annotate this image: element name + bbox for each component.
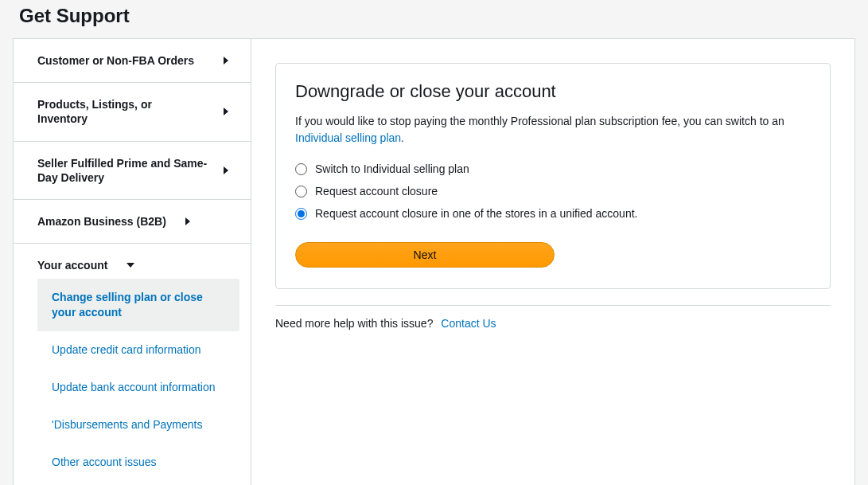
help-text: Need more help with this issue?	[275, 317, 433, 330]
caret-right-icon	[224, 108, 228, 115]
caret-right-icon	[224, 57, 228, 65]
sidebar-sublist-your-account: Change selling plan or close your accoun…	[14, 279, 251, 485]
sidebar-subitem-other-account-issues[interactable]: Other account issues	[37, 444, 239, 481]
next-button[interactable]: Next	[295, 242, 555, 268]
radio-icon	[295, 208, 307, 220]
sidebar: Customer or Non-FBA Orders Products, Lis…	[13, 38, 251, 485]
panel-intro-post: .	[401, 131, 404, 144]
radio-icon	[295, 163, 307, 175]
panel-downgrade-close: Downgrade or close your account If you w…	[275, 63, 831, 289]
panel-intro-pre: If you would like to stop paying the mon…	[295, 115, 784, 127]
sidebar-item-seller-fulfilled-prime[interactable]: Seller Fulfilled Prime and Same-Day Deli…	[14, 142, 251, 200]
sidebar-item-amazon-business[interactable]: Amazon Business (B2B)	[14, 200, 251, 244]
sidebar-item-products-listings[interactable]: Products, Listings, or Inventory	[14, 83, 251, 141]
main-content: Downgrade or close your account If you w…	[251, 38, 855, 485]
sidebar-item-customer-orders[interactable]: Customer or Non-FBA Orders	[14, 39, 251, 83]
radio-option-request-closure[interactable]: Request account closure	[295, 180, 811, 202]
radio-option-switch-individual[interactable]: Switch to Individual selling plan	[295, 158, 811, 180]
contact-us-link[interactable]: Contact Us	[441, 317, 496, 330]
help-row: Need more help with this issue? Contact …	[275, 305, 831, 330]
sidebar-item-label: Products, Listings, or Inventory	[37, 97, 212, 126]
page-title: Get Support	[13, 0, 855, 38]
sidebar-item-label: Seller Fulfilled Prime and Same-Day Deli…	[37, 156, 224, 185]
sidebar-subitem-change-selling-plan[interactable]: Change selling plan or close your accoun…	[37, 279, 239, 331]
caret-down-icon	[127, 263, 134, 268]
sidebar-item-your-account[interactable]: Your account	[14, 244, 251, 279]
individual-selling-plan-link[interactable]: Individual selling plan	[295, 131, 401, 144]
sidebar-item-label: Your account	[37, 258, 115, 272]
sidebar-item-label: Customer or Non-FBA Orders	[37, 53, 212, 68]
sidebar-subitem-disbursements-payments[interactable]: 'Disbursements and Payments	[37, 406, 239, 444]
radio-label: Request account closure	[315, 185, 438, 198]
radio-icon	[295, 186, 307, 198]
sidebar-subitem-update-bank-account[interactable]: Update bank account information	[37, 369, 239, 406]
radio-label: Request account closure in one of the st…	[315, 207, 637, 220]
caret-right-icon	[224, 166, 228, 174]
sidebar-item-label: Amazon Business (B2B)	[37, 214, 174, 229]
panel-intro: If you would like to stop paying the mon…	[295, 113, 811, 147]
radio-option-request-closure-unified[interactable]: Request account closure in one of the st…	[295, 202, 811, 225]
panel-heading: Downgrade or close your account	[295, 81, 811, 102]
radio-label: Switch to Individual selling plan	[315, 162, 469, 175]
caret-right-icon	[185, 217, 190, 225]
sidebar-subitem-update-credit-card[interactable]: Update credit card information	[37, 331, 239, 369]
